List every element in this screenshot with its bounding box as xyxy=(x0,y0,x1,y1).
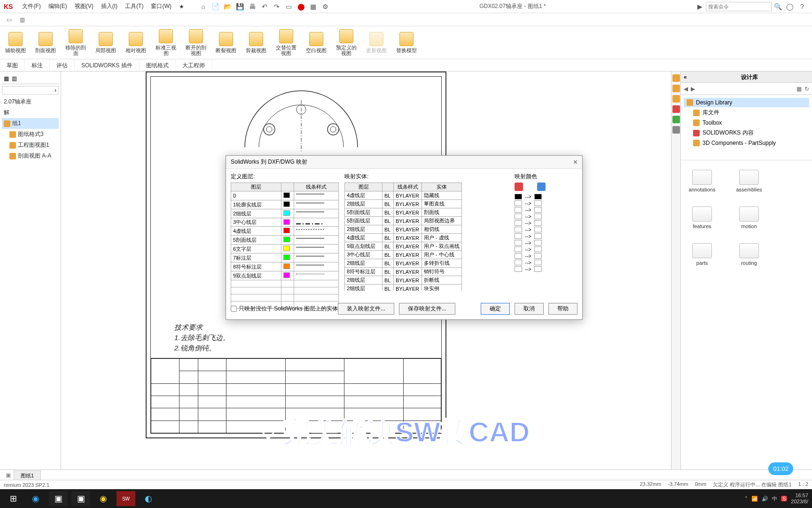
options-icon[interactable]: ▦ xyxy=(308,1,319,12)
layer-row[interactable]: 3中心线层 xyxy=(231,218,339,227)
ribbon-removed-section[interactable]: 移除的剖面 xyxy=(65,29,86,56)
entity-row[interactable]: 2细线层BLBYLAYER相切线 xyxy=(345,225,462,234)
command-icon[interactable]: ▶ xyxy=(695,1,705,12)
rebuild-icon[interactable]: ⬤ xyxy=(296,1,306,12)
ribbon-section-view[interactable]: 剖面视图 xyxy=(35,32,56,53)
entity-row[interactable]: 9双点划线层BLBYLAYER用户 - 双点画线 xyxy=(345,242,462,251)
ribbon-predef-view[interactable]: 预定义的视图 xyxy=(336,29,357,56)
qa-icon-2[interactable]: ▥ xyxy=(17,15,27,25)
entity-row[interactable]: 3中心线层BLBYLAYER用户 - 中心线 xyxy=(345,251,462,259)
ribbon-std-3view[interactable]: 标准三视图 xyxy=(155,29,177,56)
entity-row[interactable]: 4虚线层BLBYLAYER用户 - 虚线 xyxy=(345,234,462,242)
rs-appear-icon[interactable] xyxy=(672,95,680,103)
menu-edit[interactable]: 编辑(E) xyxy=(45,2,71,10)
entity-row[interactable]: 2细线层BLBYLAYER折断线 xyxy=(345,276,462,285)
taskbar-app-icon[interactable]: ▣ xyxy=(49,491,68,506)
ribbon-replace-model[interactable]: 替换模型 xyxy=(396,32,417,53)
tray-ime-icon[interactable]: 中 xyxy=(772,495,777,502)
save-icon[interactable]: 💾 xyxy=(235,1,245,12)
back-icon[interactable]: ◀ xyxy=(684,86,688,92)
folder-assemblies[interactable]: assemblies xyxy=(733,170,765,192)
save-mapping-button[interactable]: 保存映射文件... xyxy=(399,303,455,315)
chevron-right-icon[interactable]: › xyxy=(55,87,56,94)
rs-home-icon[interactable] xyxy=(672,74,680,82)
add-sheet-icon[interactable]: ▣ xyxy=(3,472,14,478)
tab-annotate[interactable]: 标注 xyxy=(25,59,50,71)
qa-icon-1[interactable]: ▭ xyxy=(4,15,14,25)
rs-prop-icon[interactable] xyxy=(672,105,680,113)
taskbar-app-icon[interactable]: ◐ xyxy=(139,491,158,506)
open-icon[interactable]: 📂 xyxy=(223,1,233,12)
ribbon-break-view[interactable]: 断裂视图 xyxy=(215,32,237,53)
search-input[interactable] xyxy=(706,2,772,11)
lib-node[interactable]: SOLIDWORKS 内容 xyxy=(684,127,809,138)
folder-motion[interactable]: motion xyxy=(733,206,765,229)
user-icon[interactable]: ◯ xyxy=(785,1,795,12)
cancel-button[interactable]: 取消 xyxy=(515,303,544,315)
tray-network-icon[interactable]: 📶 xyxy=(751,496,758,502)
redo-icon[interactable]: ↷ xyxy=(272,1,282,12)
rs-more-icon[interactable] xyxy=(672,126,680,134)
lib-node-design-library[interactable]: Design Library xyxy=(684,98,809,107)
taskbar-edge-icon[interactable]: ◉ xyxy=(26,491,45,506)
menu-window[interactable]: 窗口(W) xyxy=(147,2,175,10)
layer-row[interactable]: 0 xyxy=(231,191,339,200)
folder-annotations[interactable]: annotations xyxy=(686,170,718,192)
menu-file[interactable]: 文件(F) xyxy=(18,2,44,10)
collapse-icon[interactable]: « xyxy=(681,71,687,83)
map-only-checkbox[interactable]: 只映射没位于 SolidWorks 图层上的实体 xyxy=(231,305,338,313)
close-icon[interactable]: × xyxy=(573,158,578,167)
layer-row[interactable]: 8符号标注层 xyxy=(231,262,339,271)
tree-item-selected[interactable]: 纸1 xyxy=(2,118,59,129)
tree-tab-icon2[interactable]: ▥ xyxy=(12,75,17,82)
ok-button[interactable]: 确定 xyxy=(481,303,510,315)
tree-tab-icon[interactable]: ▦ xyxy=(4,75,9,82)
entity-map-table[interactable]: 图层 线条样式 实体 4虚线层BLBYLAYER隐藏线2细线层BLBYLAYER… xyxy=(344,183,462,291)
refresh-lib-icon[interactable]: ↻ xyxy=(804,86,809,92)
taskbar-app-icon[interactable]: ◉ xyxy=(94,491,113,506)
help-button[interactable]: 帮助 xyxy=(548,303,578,315)
start-button[interactable]: ⊞ xyxy=(4,491,23,506)
add-lib-icon[interactable]: ▦ xyxy=(796,86,802,92)
tree-item[interactable]: 解 xyxy=(2,107,59,118)
layer-row[interactable]: 7标注层 xyxy=(231,254,339,262)
ribbon-broken-section[interactable]: 断开的剖视图 xyxy=(185,29,207,56)
layer-row[interactable]: 1轮廓实线层 xyxy=(231,200,339,209)
menu-tools[interactable]: 工具(T) xyxy=(121,2,147,10)
ribbon-blank-view[interactable]: 空白视图 xyxy=(305,32,327,53)
folder-parts[interactable]: parts xyxy=(686,243,718,266)
tree-item[interactable]: 剖面视图 A-A xyxy=(2,151,59,161)
ribbon-relative-view[interactable]: 相对视图 xyxy=(125,32,147,53)
menu-view[interactable]: 视图(V) xyxy=(71,2,97,10)
layer-row[interactable]: 9双点划线层 xyxy=(231,271,339,280)
sheet-tab[interactable]: 图纸1 xyxy=(14,470,41,480)
undo-icon[interactable]: ↶ xyxy=(259,1,270,12)
system-tray[interactable]: ˄ 📶 🔊 中 S 16:57 2023/8/ xyxy=(745,492,808,505)
ribbon-update-view[interactable]: 更新视图 xyxy=(366,32,387,53)
tab-bigeng[interactable]: 大工程师 xyxy=(176,59,212,71)
tab-sketch[interactable]: 草图 xyxy=(0,59,25,71)
tray-volume-icon[interactable]: 🔊 xyxy=(762,496,768,502)
entity-row[interactable]: 4虚线层BLBYLAYER隐藏线 xyxy=(345,191,462,200)
help-icon[interactable]: ? xyxy=(797,1,807,12)
lib-node[interactable]: Toolbox xyxy=(684,118,809,127)
tree-item[interactable]: 图纸格式3 xyxy=(2,129,59,140)
home-icon[interactable]: ⌂ xyxy=(198,1,209,12)
layer-def-table[interactable]: 图层 线条样式 01轮廓实线层2细线层3中心线层4虚线层5剖面线层6文字层7标注… xyxy=(231,183,339,309)
search-icon[interactable]: 🔍 xyxy=(773,1,783,12)
layer-row[interactable]: 4虚线层 xyxy=(231,227,339,236)
menu-star-icon[interactable]: ★ xyxy=(175,3,188,10)
layer-row[interactable]: 2细线层 xyxy=(231,209,339,218)
entity-map-scroll[interactable]: 图层 线条样式 实体 4虚线层BLBYLAYER隐藏线2细线层BLBYLAYER… xyxy=(344,183,509,291)
tree-item[interactable]: 工程图视图1 xyxy=(2,140,59,151)
taskbar-app-icon[interactable]: ▣ xyxy=(71,491,90,506)
ribbon-detail-view[interactable]: 局部视图 xyxy=(95,32,117,53)
folder-routing[interactable]: routing xyxy=(733,243,765,266)
entity-row[interactable]: 5剖面线层BLBYLAYER剖面线 xyxy=(345,208,462,217)
layer-row[interactable]: 5剖面线层 xyxy=(231,236,339,245)
lib-node[interactable]: 3D Components - PartSupply xyxy=(684,138,809,148)
new-icon[interactable]: 📄 xyxy=(211,1,221,12)
dialog-titlebar[interactable]: SolidWorks 到 DXF/DWG 映射 × xyxy=(226,156,582,169)
load-mapping-button[interactable]: 装入映射文件... xyxy=(338,303,394,315)
select-icon[interactable]: ▭ xyxy=(284,1,294,12)
